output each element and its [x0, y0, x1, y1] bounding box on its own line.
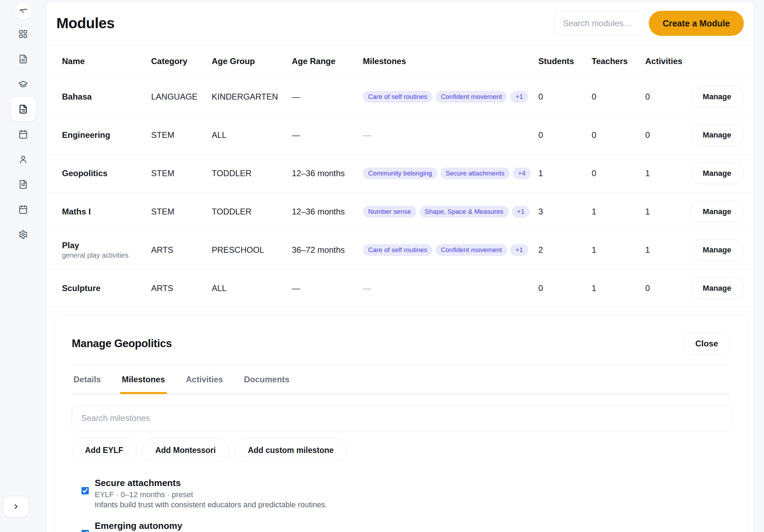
manage-button[interactable]: Manage	[690, 124, 744, 146]
column-header-milestones: Milestones	[363, 56, 538, 66]
milestone-chip: Shape, Space & Measures	[420, 206, 509, 218]
module-teachers: 1	[592, 283, 645, 293]
milestone-chip: Care of self routines	[363, 244, 432, 256]
module-students: 0	[538, 283, 592, 293]
module-name: Bahasa	[62, 92, 151, 102]
module-age-range: —	[292, 130, 363, 140]
sidebar-item-students[interactable]	[10, 71, 36, 96]
module-category: STEM	[151, 169, 212, 178]
milestone-more-chip: +1	[510, 244, 528, 256]
manage-button[interactable]: Manage	[690, 239, 744, 261]
module-name: Play	[62, 241, 151, 250]
module-age-group: KINDERGARTEN	[212, 92, 292, 102]
tab-milestones[interactable]: Milestones	[120, 375, 167, 394]
chevron-right-icon	[12, 503, 20, 510]
search-milestones-input[interactable]	[72, 405, 731, 431]
module-teachers: 1	[592, 207, 645, 217]
milestone-list: Secure attachments EYLF · 0–12 months · …	[72, 478, 731, 532]
table-row: Engineering STEM ALL — — 0 0 0 Manage	[47, 116, 754, 154]
dashboard-grid-icon	[18, 29, 28, 39]
sidebar-item-modules[interactable]	[10, 96, 36, 122]
tab-details[interactable]: Details	[72, 375, 103, 393]
module-activities: 1	[645, 207, 687, 217]
close-button[interactable]: Close	[683, 332, 731, 355]
table-row: Play general play activities ARTS PRESCH…	[47, 231, 754, 269]
module-age-group: ALL	[212, 283, 292, 293]
module-milestones: Care of self routinesConfident movement+…	[363, 91, 538, 103]
module-category: STEM	[151, 207, 212, 217]
module-category: LANGUAGE	[151, 92, 212, 102]
sidebar-item-settings[interactable]	[10, 222, 36, 247]
sidebar-item-dashboard[interactable]	[10, 21, 36, 46]
main-content: Modules Create a Module Name Category Ag…	[46, 1, 754, 532]
module-activities: 1	[645, 245, 687, 255]
column-header-category: Category	[151, 56, 212, 66]
milestones-empty: —	[363, 283, 371, 293]
module-subtitle: general play activities	[62, 251, 151, 259]
milestone-chip: Confident movement	[436, 91, 507, 103]
module-milestones: Number senseShape, Space & Measures+1	[363, 206, 538, 218]
module-category: ARTS	[151, 245, 212, 255]
logo-scribble-icon	[18, 6, 29, 16]
calendar-icon	[18, 130, 28, 139]
search-modules-input[interactable]	[554, 11, 644, 36]
module-age-range: 12–36 months	[292, 207, 363, 217]
table-body: Bahasa LANGUAGE KINDERGARTEN — Care of s…	[47, 78, 754, 307]
module-age-range: —	[292, 283, 363, 293]
module-category: ARTS	[151, 283, 212, 293]
add-montessori-button[interactable]: Add Montessori	[142, 438, 229, 462]
sidebar-item-people[interactable]	[10, 147, 36, 172]
sidebar-item-reports[interactable]	[10, 172, 36, 197]
calendar-icon	[18, 205, 28, 214]
module-age-range: 12–36 months	[292, 169, 363, 178]
module-activities: 1	[645, 169, 687, 178]
milestone-checkbox[interactable]	[81, 530, 89, 532]
milestone-chip: Community belonging	[363, 167, 437, 179]
app-logo	[15, 3, 32, 19]
module-students: 0	[538, 130, 592, 140]
create-module-button[interactable]: Create a Module	[649, 11, 744, 36]
milestone-chip: Care of self routines	[363, 91, 432, 103]
column-header-age-group: Age Group	[212, 56, 292, 66]
module-milestones: Community belongingSecure attachments+4	[363, 167, 538, 179]
tab-documents[interactable]: Documents	[242, 375, 291, 393]
module-students: 1	[538, 169, 592, 178]
milestone-title: Secure attachments	[95, 478, 327, 488]
add-eylf-button[interactable]: Add EYLF	[72, 438, 137, 462]
manage-button[interactable]: Manage	[690, 277, 744, 299]
module-students: 0	[538, 92, 592, 102]
sidebar-item-calendar[interactable]	[10, 122, 36, 147]
table-row: Geopolitics STEM TODDLER 12–36 months Co…	[47, 154, 754, 193]
module-name: Engineering	[62, 130, 151, 140]
manage-button[interactable]: Manage	[690, 86, 744, 108]
column-header-age-range: Age Range	[292, 56, 363, 66]
milestone-checkbox[interactable]	[81, 487, 89, 494]
module-teachers: 0	[592, 92, 645, 102]
table-row: Maths I STEM TODDLER 12–36 months Number…	[47, 193, 754, 231]
module-teachers: 0	[592, 169, 645, 178]
tab-activities[interactable]: Activities	[184, 375, 225, 393]
page-title: Modules	[56, 15, 554, 32]
milestone-item: Emerging autonomy EYLF · 12–24 months · …	[81, 521, 731, 532]
person-icon	[18, 155, 28, 164]
milestone-title: Emerging autonomy	[95, 521, 292, 531]
module-activities: 0	[645, 92, 687, 102]
module-age-range: —	[292, 92, 363, 102]
sidebar-item-documents[interactable]	[10, 46, 36, 71]
sidebar-collapse-button[interactable]	[3, 496, 29, 517]
column-header-activities: Activities	[645, 56, 687, 66]
manage-button[interactable]: Manage	[690, 201, 744, 222]
module-teachers: 0	[592, 130, 645, 140]
milestone-item: Secure attachments EYLF · 0–12 months · …	[81, 478, 731, 509]
module-name: Geopolitics	[62, 169, 151, 178]
panel-tabs: DetailsMilestonesActivitiesDocuments	[72, 375, 731, 394]
manage-button[interactable]: Manage	[690, 163, 744, 184]
table-row: Bahasa LANGUAGE KINDERGARTEN — Care of s…	[47, 78, 754, 116]
module-milestones: Care of self routinesConfident movement+…	[363, 244, 538, 256]
sidebar-item-schedule[interactable]	[10, 197, 36, 222]
add-custom-milestone-button[interactable]: Add custom milestone	[235, 438, 347, 462]
module-activities: 0	[645, 283, 687, 293]
gear-icon	[18, 230, 28, 239]
milestone-chip: Number sense	[363, 206, 416, 218]
table-row: Sculpture ARTS ALL — — 0 1 0 Manage	[47, 269, 754, 307]
